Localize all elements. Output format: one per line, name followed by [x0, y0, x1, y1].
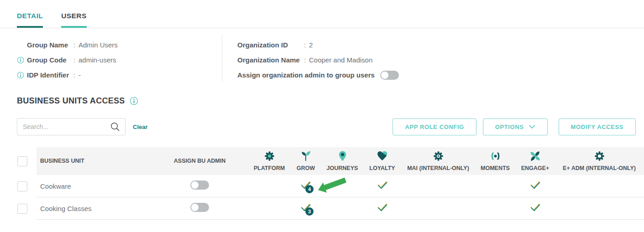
- column-header-eadm: E+ ADM (INTERNAL-ONLY): [555, 150, 644, 172]
- business-unit-name: Cooking Classes: [37, 205, 151, 212]
- assign-org-admin-row: Assign organization admin to group users: [237, 67, 399, 82]
- assign-bu-admin-cell: [151, 203, 249, 214]
- grow-cell: 3: [290, 203, 322, 213]
- modify-access-button[interactable]: MODIFY ACCESS: [559, 119, 636, 135]
- tab-detail[interactable]: DETAIL: [17, 12, 43, 28]
- check-icon: [529, 203, 541, 213]
- assign-bu-admin-cell: [151, 180, 249, 191]
- check-icon: [377, 181, 388, 191]
- options-button[interactable]: OPTIONS: [483, 119, 548, 135]
- info-icon[interactable]: [130, 97, 138, 105]
- check-icon: [529, 181, 541, 191]
- idp-identifier-row: IDP Identifier : -: [17, 67, 222, 82]
- table-row: Cooking Classes 3: [0, 197, 644, 220]
- gear-icon: [402, 150, 475, 164]
- business-units-table: BUSINESS UNIT ASSIGN BU ADMIN PLATFORM G…: [0, 147, 644, 220]
- engage-cell: [516, 181, 555, 191]
- action-buttons: APP ROLE CONFIG OPTIONS MODIFY ACCESS: [393, 119, 636, 135]
- search-input[interactable]: [23, 123, 110, 130]
- clear-search-link[interactable]: Clear: [133, 124, 148, 130]
- organization-id-label: Organization ID: [237, 41, 301, 49]
- row-checkbox[interactable]: [17, 204, 27, 214]
- group-info-section: Group Name : Admin Users Group Code : ad…: [0, 35, 644, 82]
- idp-identifier-label: IDP Identifier: [27, 71, 70, 79]
- group-code-label: Group Code: [27, 56, 70, 64]
- table-toolbar: Clear APP ROLE CONFIG OPTIONS MODIFY ACC…: [0, 118, 644, 135]
- heart-icon: [363, 150, 402, 164]
- assign-org-admin-toggle[interactable]: [380, 71, 399, 80]
- column-header-mai: MAI (INTERNAL-ONLY): [402, 150, 475, 172]
- group-info-right: Organization ID : 2 Organization Name : …: [222, 35, 399, 82]
- business-units-access-header: BUSINESS UNITS ACCESS: [17, 96, 644, 106]
- organization-name-label: Organization Name: [237, 56, 301, 64]
- organization-id-row: Organization ID : 2: [237, 37, 399, 52]
- engage-cell: [516, 203, 555, 213]
- pinwheel-leaf-icon: [516, 150, 555, 164]
- section-title: BUSINESS UNITS ACCESS: [17, 96, 125, 106]
- column-header-loyalty: LOYALTY: [363, 150, 402, 172]
- sprout-icon: [290, 150, 322, 164]
- organization-name-value: Cooper and Madison: [309, 56, 372, 64]
- grow-count-badge: 4: [305, 185, 314, 193]
- row-checkbox[interactable]: [17, 181, 27, 191]
- group-name-label: Group Name: [27, 41, 70, 49]
- organization-name-row: Organization Name : Cooper and Madison: [237, 52, 399, 67]
- column-header-journeys: JOURNEYS: [322, 150, 363, 172]
- column-header-business-unit: BUSINESS UNIT: [37, 158, 151, 165]
- idp-identifier-value: -: [79, 71, 81, 79]
- info-icon: [17, 57, 27, 64]
- table-header-row: BUSINESS UNIT ASSIGN BU ADMIN PLATFORM G…: [0, 147, 644, 175]
- select-all-checkbox[interactable]: [17, 156, 27, 166]
- group-code-row: Group Code : admin-users: [17, 52, 222, 67]
- column-header-moments: MOMENTS: [475, 150, 516, 172]
- map-pin-icon: [322, 150, 363, 164]
- grow-count-badge: 3: [305, 207, 314, 216]
- column-header-engage: ENGAGE+: [516, 150, 555, 172]
- bu-admin-toggle[interactable]: [190, 180, 209, 190]
- column-header-platform: PLATFORM: [249, 150, 290, 172]
- organization-id-value: 2: [309, 41, 313, 49]
- group-code-value: admin-users: [79, 56, 116, 64]
- group-name-value: Admin Users: [79, 41, 118, 49]
- search-icon[interactable]: [110, 121, 120, 132]
- loyalty-cell: [363, 203, 402, 213]
- chevron-down-icon: [529, 124, 535, 129]
- tab-users[interactable]: USERS: [61, 12, 86, 28]
- tab-bar: DETAIL USERS: [0, 0, 644, 28]
- group-info-left: Group Name : Admin Users Group Code : ad…: [17, 35, 222, 82]
- info-icon: [17, 72, 27, 79]
- signal-dot-icon: [475, 150, 516, 164]
- table-row: Cookware 4: [0, 175, 644, 197]
- check-icon: 4: [300, 181, 312, 191]
- search-box[interactable]: [17, 118, 126, 135]
- group-name-row: Group Name : Admin Users: [17, 37, 222, 52]
- grow-cell: 4: [290, 181, 322, 191]
- bu-admin-toggle[interactable]: [190, 203, 209, 212]
- gear-icon: [555, 150, 644, 164]
- column-header-grow: GROW: [290, 150, 322, 172]
- column-header-assign-bu-admin: ASSIGN BU ADMIN: [151, 158, 249, 165]
- assign-org-admin-label: Assign organization admin to group users: [237, 71, 375, 79]
- app-role-config-button[interactable]: APP ROLE CONFIG: [393, 119, 476, 135]
- loyalty-cell: [363, 181, 402, 191]
- gear-icon: [249, 150, 290, 164]
- business-unit-name: Cookware: [37, 182, 151, 190]
- check-icon: 3: [300, 203, 312, 213]
- check-icon: [377, 203, 388, 213]
